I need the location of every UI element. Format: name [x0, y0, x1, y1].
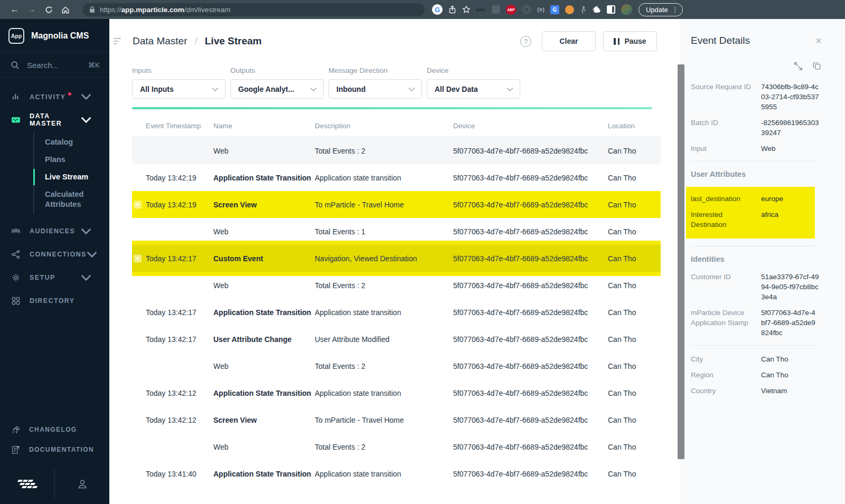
sidebar-item-changelog[interactable]: CHANGELOG	[0, 420, 109, 440]
sidebar-item-activity[interactable]: ACTIVITY	[0, 85, 109, 108]
section-divider	[691, 345, 816, 346]
selected-value: All Inputs	[140, 85, 174, 93]
main-content: Data Master / Live Stream ? Clear Pause …	[109, 19, 681, 504]
panel-title: Event Details	[691, 35, 750, 46]
extension-disabled-icon[interactable]: ✕	[522, 5, 531, 14]
table-row[interactable]: + Web Total Events : 2 5f077063-4d7e-4bf…	[132, 353, 661, 379]
chevron-down-icon[interactable]	[81, 226, 91, 236]
app-frame: App Magnolia CMS Search... ⌘K ACTIVITY D…	[0, 19, 845, 504]
table-row[interactable]: + Today 13:42:19 Application State Trans…	[132, 164, 661, 191]
forward-icon[interactable]: →	[23, 4, 40, 15]
event-location-cell: Can Tho	[608, 362, 661, 370]
clear-button[interactable]: Clear	[542, 31, 596, 51]
expand-plus-icon[interactable]: +	[134, 254, 142, 262]
figure-extension-icon[interactable]	[580, 6, 587, 14]
collapse-filters-icon[interactable]	[114, 38, 122, 44]
sidebar-item-connections[interactable]: CONNECTIONS	[0, 243, 109, 266]
event-location-cell: Can Tho	[608, 335, 661, 344]
chevron-down-icon	[408, 87, 415, 91]
extension-savl-icon[interactable]: SAVL	[476, 8, 486, 12]
sidebar-item-directory[interactable]: DIRECTORY	[0, 289, 109, 312]
sidebar-item-documentation[interactable]: DOCUMENTATION	[0, 440, 109, 460]
inputs-select[interactable]: All Inputs	[132, 79, 226, 99]
close-icon[interactable]: ×	[815, 35, 822, 46]
table-row[interactable]: + Web Total Events : 2 5f077063-4d7e-4bf…	[132, 137, 661, 164]
google-icon[interactable]: G	[432, 4, 443, 15]
user-attributes-highlight: last_destinationeuropeInterested Destina…	[686, 187, 815, 239]
sidebar-item-audiences[interactable]: AUDIENCES	[0, 220, 109, 243]
chevron-down-icon[interactable]	[81, 115, 91, 125]
extension-paren-icon[interactable]: (≡)	[537, 6, 544, 13]
sidebar-item-catalog[interactable]: Catalog	[45, 134, 100, 151]
data-master-submenu: Catalog Plans Live Stream Calculated Att…	[33, 132, 100, 214]
sidebar-item-live-stream[interactable]: Live Stream	[45, 168, 100, 186]
back-icon[interactable]: ←	[6, 4, 23, 15]
adblock-plus-icon[interactable]: ABP	[506, 5, 516, 15]
copy-icon[interactable]	[812, 61, 822, 71]
chevron-down-icon[interactable]	[87, 249, 97, 260]
help-icon[interactable]: ?	[520, 36, 531, 47]
cookie-extension-icon[interactable]	[565, 5, 574, 14]
expand-plus-icon[interactable]: +	[134, 201, 142, 208]
location-fields: CityCan ThoRegionCan ThoCountryVietnam	[691, 354, 836, 396]
table-row[interactable]: + Today 13:42:17 Custom Event Navigation…	[132, 245, 661, 272]
reload-icon[interactable]	[40, 4, 57, 15]
chevron-down-icon[interactable]	[81, 272, 91, 283]
user-account-button[interactable]	[55, 478, 109, 490]
outputs-select[interactable]: Google Analyt...	[230, 79, 324, 99]
sidebar-item-plans[interactable]: Plans	[45, 151, 100, 168]
browser-menu-icon[interactable]: ⋮	[672, 6, 679, 14]
address-bar[interactable]: https://app.mparticle.com/dm/livestream	[82, 3, 425, 16]
sidebar-item-data-master[interactable]: DATA MASTER	[0, 108, 109, 131]
table-row[interactable]: + Today 13:42:17 User Attribute Change U…	[132, 326, 661, 353]
vertical-scrollbar[interactable]	[678, 64, 684, 459]
detail-field: Interested Destinationafrica	[691, 210, 815, 230]
chevron-down-icon	[212, 87, 219, 91]
chrome-update-button[interactable]: Update ⋮	[639, 3, 683, 16]
profile-avatar[interactable]	[621, 4, 632, 15]
event-description-cell: Total Events : 2	[315, 147, 453, 155]
google-translate-icon[interactable]: G	[550, 5, 559, 14]
workspace-header[interactable]: App Magnolia CMS	[0, 19, 109, 53]
sidebar-nav: ACTIVITY DATA MASTER Catalog Plans Live …	[0, 78, 109, 312]
event-timestamp-cell: + Today 13:42:19	[132, 201, 213, 209]
expand-plus-icon[interactable]: +	[134, 416, 142, 424]
lock-icon[interactable]	[89, 6, 95, 13]
event-device-cell: 5f077063-4d7e-4bf7-6689-a52de9824fbc	[453, 470, 608, 478]
sidebar-item-calculated-attributes[interactable]: Calculated Attributes	[45, 186, 100, 213]
expand-icon[interactable]	[793, 61, 803, 71]
url-scheme: https://	[100, 6, 121, 14]
activity-bars-icon	[11, 91, 21, 102]
message-direction-select[interactable]: Inbound	[328, 79, 422, 99]
share-icon[interactable]	[448, 5, 456, 14]
device-select[interactable]: All Dev Data	[427, 79, 520, 99]
field-value: europe	[761, 194, 815, 204]
data-master-icon	[11, 115, 21, 125]
field-label: Input	[691, 144, 761, 154]
mparticle-logo[interactable]	[0, 480, 54, 488]
table-row[interactable]: + Web Total Events : 2 5f077063-4d7e-4bf…	[132, 433, 661, 460]
table-row[interactable]: + Today 13:41:40 Application State Trans…	[132, 460, 661, 487]
home-icon[interactable]	[57, 4, 74, 15]
side-panel-icon[interactable]	[607, 5, 615, 14]
bookmark-star-icon[interactable]	[462, 5, 471, 14]
sidebar-item-setup[interactable]: SETUP	[0, 266, 109, 289]
url-host: app.mparticle.com	[121, 6, 184, 14]
event-description-cell: Application state transition	[315, 470, 453, 478]
extensions-puzzle-icon[interactable]	[593, 5, 601, 14]
identities-heading: Identities	[691, 255, 836, 263]
field-value: Can Tho	[761, 370, 819, 380]
panel-body: Source Request ID74306bfb-9c89-4c03-2714…	[682, 71, 845, 396]
extension-robot-icon[interactable]	[492, 5, 500, 14]
table-row[interactable]: + Today 13:42:19 Screen View To mParticl…	[132, 191, 661, 218]
table-row[interactable]: + Today 13:42:12 Application State Trans…	[132, 379, 661, 406]
table-row[interactable]: + Today 13:42:12 Screen View To mParticl…	[132, 406, 661, 433]
stream-progress-bar	[132, 107, 652, 109]
chevron-down-icon[interactable]	[81, 91, 91, 102]
column-device: Device	[453, 122, 608, 130]
sidebar-search-input[interactable]: Search... ⌘K	[0, 53, 109, 78]
breadcrumb-parent[interactable]: Data Master	[133, 35, 187, 47]
table-row[interactable]: + Today 13:42:17 Application State Trans…	[132, 299, 661, 326]
pause-button[interactable]: Pause	[603, 31, 657, 51]
column-name: Name	[213, 122, 315, 130]
